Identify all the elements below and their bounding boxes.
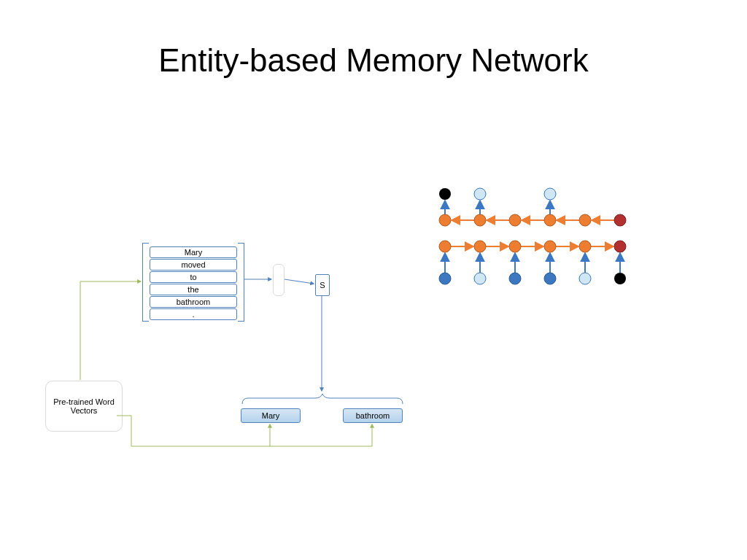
bracket-left-icon: [142, 243, 149, 322]
state-box: S: [315, 274, 330, 296]
svg-point-28: [544, 214, 556, 226]
svg-point-35: [579, 241, 591, 252]
svg-point-37: [439, 273, 451, 284]
brace-icon: [241, 392, 404, 405]
sentence-block: Mary moved to the bathroom .: [150, 246, 237, 321]
svg-line-1: [285, 279, 314, 284]
svg-point-33: [509, 241, 521, 252]
node-graph: [430, 185, 657, 295]
svg-point-32: [474, 241, 486, 252]
encoder-box: [273, 264, 285, 296]
word-row: .: [150, 308, 237, 320]
pretrained-box: Pre-trained Word Vectors: [45, 381, 123, 432]
svg-point-25: [439, 214, 451, 226]
svg-point-31: [439, 241, 451, 252]
svg-point-23: [474, 188, 486, 200]
entity-box: Mary: [241, 408, 301, 423]
svg-point-41: [579, 273, 591, 284]
svg-point-38: [474, 273, 486, 284]
svg-point-39: [509, 273, 521, 284]
svg-point-22: [439, 188, 451, 200]
svg-point-36: [614, 241, 626, 252]
word-row: the: [150, 284, 237, 295]
bracket-right-icon: [238, 243, 244, 322]
svg-point-29: [579, 214, 591, 226]
svg-point-34: [544, 241, 556, 252]
svg-point-24: [544, 188, 556, 200]
word-row: to: [150, 271, 237, 283]
svg-point-27: [509, 214, 521, 226]
word-row: Mary: [150, 246, 237, 258]
svg-point-30: [614, 214, 626, 226]
svg-point-42: [614, 273, 626, 284]
svg-point-26: [474, 214, 486, 226]
page-title: Entity-based Memory Network: [0, 42, 747, 79]
word-row: bathroom: [150, 296, 237, 308]
entity-box: bathroom: [343, 408, 403, 423]
svg-point-40: [544, 273, 556, 284]
word-row: moved: [150, 259, 237, 271]
